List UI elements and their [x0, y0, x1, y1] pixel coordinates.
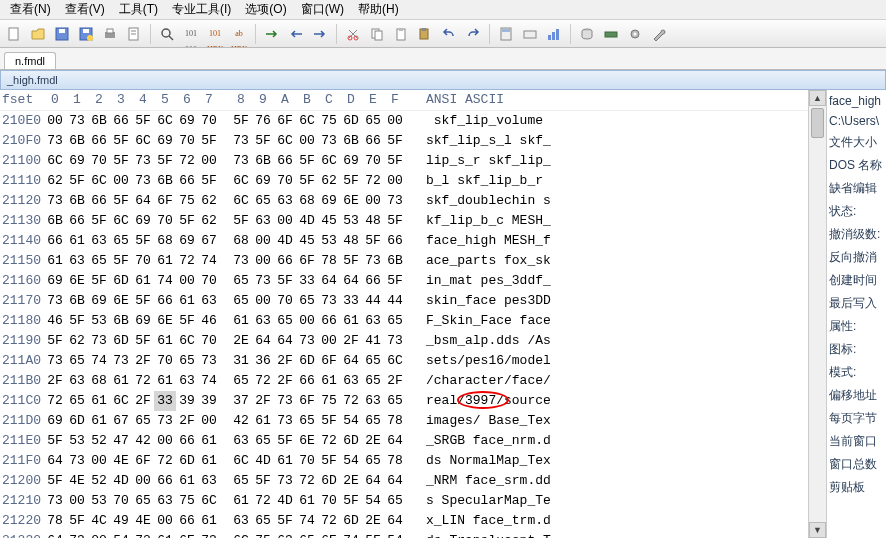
ascii-cell[interactable]: ds Translucent_T — [406, 531, 551, 538]
hex-bytes[interactable]: 736574732F70657331362F6D6F64656C — [44, 351, 406, 371]
hex-bytes[interactable]: 625F6C00736B665F6C69705F625F7200 — [44, 171, 406, 191]
hex-byte[interactable]: 73 — [88, 331, 110, 351]
ram-icon[interactable] — [601, 24, 621, 44]
hex-bytes[interactable]: 7265616C2F333939372F736F75726365 — [44, 391, 406, 411]
hex-byte[interactable]: 72 — [296, 471, 318, 491]
hex-byte[interactable]: 00 — [88, 451, 110, 471]
ascii-cell[interactable]: lip_s_r skf_lip_ — [406, 151, 551, 171]
hex-byte[interactable]: 5F — [362, 231, 384, 251]
hex-byte[interactable]: 6C — [230, 171, 252, 191]
hex-row[interactable]: 21140666163655F68696768004D4553485F66fac… — [0, 231, 808, 251]
hex-byte[interactable]: 70 — [176, 131, 198, 151]
hex-byte[interactable]: 45 — [296, 231, 318, 251]
hex-byte[interactable]: 6D — [66, 411, 88, 431]
hex-byte[interactable]: 2F — [274, 371, 296, 391]
hex-byte[interactable]: 73 — [230, 151, 252, 171]
hex-byte[interactable]: 6D — [110, 271, 132, 291]
hex-byte[interactable]: 00 — [66, 491, 88, 511]
hex-byte[interactable]: 61 — [230, 311, 252, 331]
hex-row[interactable]: 211006C69705F735F7200736B665F6C69705Flip… — [0, 151, 808, 171]
hex-byte[interactable]: 5F — [296, 151, 318, 171]
hex-row[interactable]: 210F0736B665F6C69705F735F6C00736B665Fskf… — [0, 131, 808, 151]
hex-byte[interactable]: 53 — [66, 431, 88, 451]
hex-byte[interactable]: 64 — [384, 431, 406, 451]
hex-byte[interactable]: 61 — [230, 491, 252, 511]
hex-byte[interactable]: 73 — [154, 411, 176, 431]
hex-byte[interactable]: 66 — [176, 511, 198, 531]
ascii-cell[interactable]: in_mat pes_3ddf_ — [406, 271, 551, 291]
hex-byte[interactable]: 63 — [362, 391, 384, 411]
hex-row[interactable]: 21170736B696E5F6661636500706573334444ski… — [0, 291, 808, 311]
hex-byte[interactable]: 6D — [340, 431, 362, 451]
hex-byte[interactable]: 5F — [274, 431, 296, 451]
ascii-cell[interactable]: _SRGB face_nrm.d — [406, 431, 551, 451]
hex-byte[interactable]: 73 — [44, 191, 66, 211]
hex-byte[interactable]: 00 — [88, 531, 110, 538]
hex-byte[interactable]: 6C — [154, 111, 176, 131]
hex-byte[interactable]: 2E — [362, 431, 384, 451]
hex-byte[interactable]: 64 — [340, 271, 362, 291]
hex-byte[interactable]: 65 — [252, 431, 274, 451]
hex-byte[interactable]: 2F — [384, 371, 406, 391]
hex-byte[interactable]: 00 — [154, 431, 176, 451]
hex-byte[interactable]: 5F — [252, 131, 274, 151]
hex-byte[interactable]: 72 — [362, 171, 384, 191]
new-icon[interactable] — [4, 24, 24, 44]
ascii-cell[interactable]: images/ Base_Tex — [406, 411, 551, 431]
hex-byte[interactable]: 70 — [88, 151, 110, 171]
hex-byte[interactable]: 65 — [362, 411, 384, 431]
hex-byte[interactable]: 69 — [88, 291, 110, 311]
hex-byte[interactable]: 72 — [318, 431, 340, 451]
hex-byte[interactable]: 65 — [88, 251, 110, 271]
hex-bytes[interactable]: 696E5F6D6174007065735F336464665F — [44, 271, 406, 291]
hex-byte[interactable]: 64 — [362, 471, 384, 491]
hex-byte[interactable]: 73 — [274, 391, 296, 411]
hex-row[interactable]: 211F06473004E6F726D616C4D61705F546578ds … — [0, 451, 808, 471]
forward-icon[interactable] — [310, 24, 330, 44]
hex-byte[interactable]: 5F — [230, 111, 252, 131]
hex-byte[interactable]: 70 — [274, 171, 296, 191]
hex-byte[interactable]: 74 — [198, 251, 220, 271]
ascii-cell[interactable]: kf_lip_b_c MESH_ — [406, 211, 551, 231]
hex-bytes[interactable]: 6473005472616E736C7563656E745F54 — [44, 531, 406, 538]
hex-editor[interactable]: fset 0123456789ABCDEF ANSI ASCII 210E000… — [0, 90, 808, 538]
hex-byte[interactable]: 6F — [132, 451, 154, 471]
hex-byte[interactable]: 5F — [252, 471, 274, 491]
copy-icon[interactable] — [367, 24, 387, 44]
hex-byte[interactable]: 68 — [154, 231, 176, 251]
hex-byte[interactable]: 6F — [296, 391, 318, 411]
hex-byte[interactable]: 6C — [132, 131, 154, 151]
hex-byte[interactable]: 70 — [362, 151, 384, 171]
keyboard-icon[interactable] — [520, 24, 540, 44]
hex-byte[interactable]: 54 — [110, 531, 132, 538]
hex-bytes[interactable]: 6B665F6C69705F625F63004D4553485F — [44, 211, 406, 231]
hex-bytes[interactable]: 6163655F706172747300666F785F736B — [44, 251, 406, 271]
hex-byte[interactable]: 66 — [110, 111, 132, 131]
scroll-up-icon[interactable]: ▲ — [809, 90, 826, 106]
hex-byte[interactable]: 73 — [198, 351, 220, 371]
hex-byte[interactable]: 61 — [110, 371, 132, 391]
hex-byte[interactable]: 6C — [318, 151, 340, 171]
hex-byte[interactable]: 4C — [88, 511, 110, 531]
hex-byte[interactable]: 61 — [252, 411, 274, 431]
hex-byte[interactable]: 6C — [230, 191, 252, 211]
hex-byte[interactable]: 73 — [384, 331, 406, 351]
hex-byte[interactable]: 65 — [362, 371, 384, 391]
hex-byte[interactable]: 2E — [362, 511, 384, 531]
hex-byte[interactable]: 5F — [66, 171, 88, 191]
hex-byte[interactable]: 73 — [230, 131, 252, 151]
hex-byte[interactable]: 5F — [132, 231, 154, 251]
hex-byte[interactable]: 73 — [252, 271, 274, 291]
hex-byte[interactable]: 73 — [44, 131, 66, 151]
hex-bytes[interactable]: 736B696E5F6661636500706573334444 — [44, 291, 406, 311]
hex-byte[interactable]: 65 — [230, 371, 252, 391]
hex-byte[interactable]: 69 — [318, 191, 340, 211]
hex-byte[interactable]: 5F — [340, 251, 362, 271]
hex-byte[interactable]: 65 — [132, 491, 154, 511]
hex-byte[interactable]: 00 — [296, 131, 318, 151]
ascii-cell[interactable]: skf_lip_s_l skf_ — [406, 131, 551, 151]
hex-byte[interactable]: 6E — [176, 531, 198, 538]
hex-row[interactable]: 211A0736574732F70657331362F6D6F64656Cset… — [0, 351, 808, 371]
hex-bytes[interactable]: 5F4E524D00666163655F73726D2E6464 — [44, 471, 406, 491]
hex-byte[interactable]: 6B — [88, 111, 110, 131]
